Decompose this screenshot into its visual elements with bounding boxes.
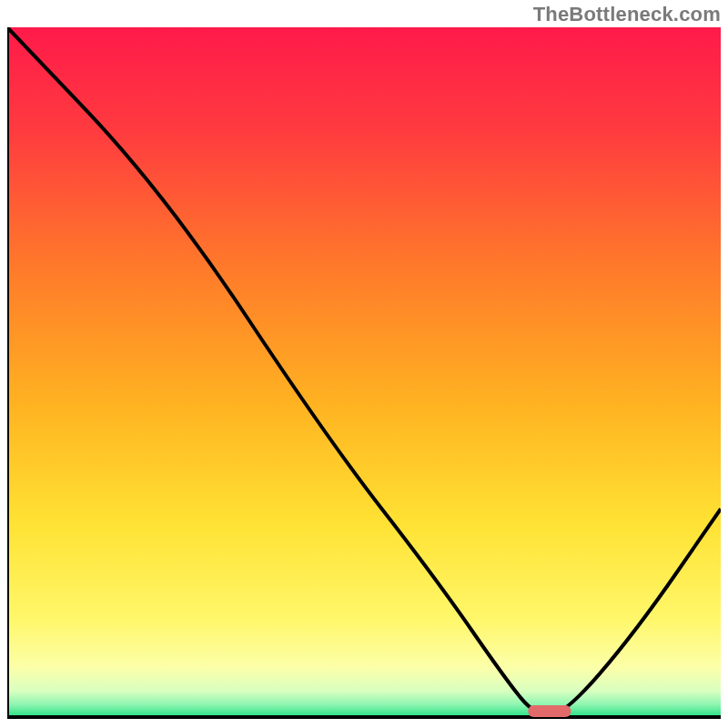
chart-container: TheBottleneck.com — [0, 0, 728, 728]
plot-background — [7, 27, 721, 715]
watermark-text: TheBottleneck.com — [533, 3, 721, 26]
chart-svg — [7, 27, 721, 719]
optimum-marker — [528, 705, 571, 717]
